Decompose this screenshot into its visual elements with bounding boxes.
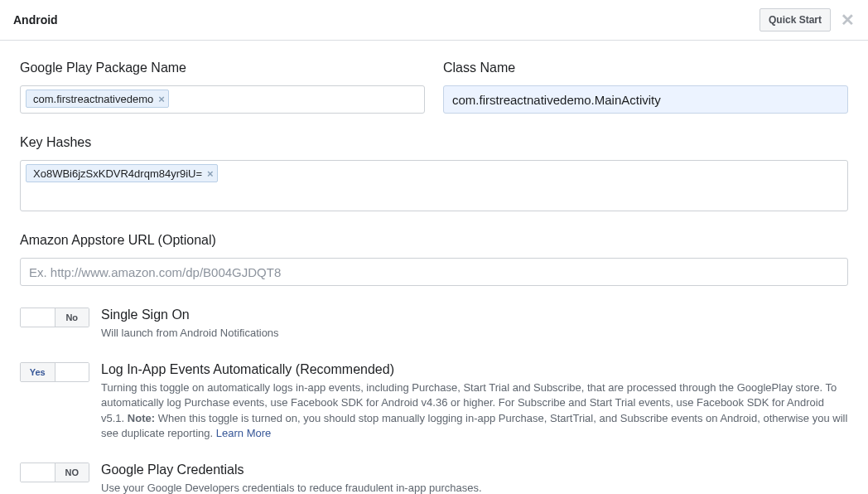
token-text: Xo8WBi6jzSxKDVR4drqm84yr9iU= bbox=[33, 167, 202, 180]
sso-subtitle: Will launch from Android Notifications bbox=[101, 326, 848, 341]
toggle-blank bbox=[55, 363, 89, 381]
class-name-input[interactable] bbox=[443, 85, 848, 114]
header-actions: Quick Start ✕ bbox=[760, 8, 855, 31]
toggle-blank bbox=[21, 463, 55, 482]
log-events-toggle[interactable]: Yes bbox=[20, 362, 89, 382]
package-name-token: com.firstreactnativedemo × bbox=[26, 90, 169, 108]
toggle-state-no: NO bbox=[55, 463, 89, 482]
key-hash-token: Xo8WBi6jzSxKDVR4drqm84yr9iU= × bbox=[26, 164, 218, 182]
row-gp-credentials: NO Google Play Credentials Use your Goog… bbox=[20, 463, 848, 494]
log-events-description: Log In-App Events Automatically (Recomme… bbox=[101, 362, 848, 441]
key-hashes-input[interactable]: Xo8WBi6jzSxKDVR4drqm84yr9iU= × bbox=[20, 160, 848, 211]
amazon-url-label: Amazon Appstore URL (Optional) bbox=[20, 233, 848, 248]
log-events-text2: When this toggle is turned on, you shoul… bbox=[101, 412, 847, 439]
row-sso: No Single Sign On Will launch from Andro… bbox=[20, 308, 848, 341]
toggle-state-no: No bbox=[55, 308, 89, 327]
gp-credentials-title: Google Play Credentials bbox=[101, 463, 848, 477]
gp-credentials-toggle[interactable]: NO bbox=[20, 463, 89, 482]
row-log-events: Yes Log In-App Events Automatically (Rec… bbox=[20, 362, 848, 441]
quick-start-button[interactable]: Quick Start bbox=[760, 8, 831, 31]
sso-description: Single Sign On Will launch from Android … bbox=[101, 308, 848, 341]
content: Google Play Package Name com.firstreactn… bbox=[0, 41, 868, 494]
amazon-url-input[interactable] bbox=[20, 258, 848, 286]
gp-credentials-description: Google Play Credentials Use your Google … bbox=[101, 463, 848, 494]
toggle-blank bbox=[21, 308, 55, 327]
field-class-name: Class Name bbox=[443, 61, 848, 114]
log-events-title: Log In-App Events Automatically (Recomme… bbox=[101, 362, 848, 377]
class-name-label: Class Name bbox=[443, 61, 848, 75]
toggle-state-yes: Yes bbox=[21, 363, 55, 381]
field-key-hashes: Key Hashes Xo8WBi6jzSxKDVR4drqm84yr9iU= … bbox=[20, 135, 848, 211]
remove-token-icon[interactable]: × bbox=[158, 94, 165, 104]
log-events-subtitle: Turning this toggle on automatically log… bbox=[101, 380, 848, 441]
token-text: com.firstreactnativedemo bbox=[33, 93, 153, 105]
close-icon[interactable]: ✕ bbox=[841, 12, 855, 28]
gp-credentials-subtitle: Use your Google Developers credentials t… bbox=[101, 481, 848, 494]
log-events-note: Note: bbox=[128, 412, 155, 424]
learn-more-link[interactable]: Learn More bbox=[216, 427, 271, 439]
key-hashes-label: Key Hashes bbox=[20, 135, 848, 150]
page-title: Android bbox=[13, 13, 58, 27]
field-package-name: Google Play Package Name com.firstreactn… bbox=[20, 61, 425, 114]
header: Android Quick Start ✕ bbox=[0, 0, 868, 41]
package-name-input[interactable]: com.firstreactnativedemo × bbox=[20, 85, 425, 114]
field-amazon-url: Amazon Appstore URL (Optional) bbox=[20, 233, 848, 286]
package-name-label: Google Play Package Name bbox=[20, 61, 425, 75]
row-package-class: Google Play Package Name com.firstreactn… bbox=[20, 61, 848, 114]
remove-token-icon[interactable]: × bbox=[207, 168, 214, 179]
sso-toggle[interactable]: No bbox=[20, 308, 89, 327]
sso-title: Single Sign On bbox=[101, 308, 848, 322]
